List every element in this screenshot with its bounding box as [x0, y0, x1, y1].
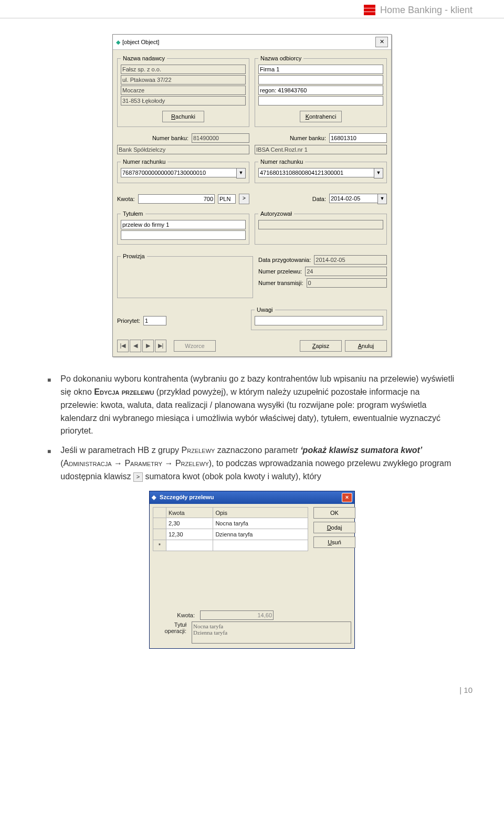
nav-prev-icon[interactable]: ◀ — [130, 340, 141, 352]
text: sumatora kwot (obok pola kwoty i waluty)… — [145, 472, 321, 481]
group-sender-account: Numer rachunku ▼ — [117, 159, 249, 183]
sender-name-legend: Nazwa nadawcy — [121, 55, 167, 61]
sender-line-2 — [121, 75, 246, 85]
accounts-button[interactable]: Rachunki — [162, 111, 204, 122]
chevron-down-icon[interactable]: ▼ — [377, 194, 387, 204]
group-authorized: Autoryzował — [255, 210, 387, 245]
row-marker — [153, 518, 166, 529]
date-field[interactable] — [329, 194, 377, 203]
transfer-no-field — [305, 267, 387, 276]
table-row-new[interactable]: * — [153, 540, 308, 551]
priority-label: Priorytet: — [117, 318, 140, 324]
text: zaznaczono parametr — [215, 446, 300, 455]
auth-legend: Autoryzował — [258, 210, 294, 217]
cell-desc[interactable]: Dzienna taryfa — [213, 529, 308, 540]
cell-amount[interactable]: 12,30 — [166, 529, 213, 540]
text-smallcaps: Administracja — [64, 459, 112, 468]
dialog-title: [object Object] — [122, 39, 159, 45]
prep-date-field — [314, 255, 387, 265]
recip-bank-name — [255, 145, 387, 154]
recip-bank-num[interactable] — [329, 133, 387, 143]
recipient-line-2[interactable] — [258, 75, 383, 85]
dialog-titlebar[interactable]: ◆ [object Object] ✕ — [113, 35, 391, 50]
table-row[interactable]: 2,30 Nocna taryfa — [153, 518, 308, 529]
optitle-label: Tytuł operacji: — [153, 621, 186, 634]
bullet-icon: ■ — [47, 444, 51, 483]
text: Jeśli w parametrach HB z grupy — [60, 446, 181, 455]
cell-empty[interactable] — [166, 540, 213, 551]
auth-field — [258, 220, 383, 229]
priority-field[interactable] — [143, 316, 166, 325]
save-button[interactable]: Zapisz — [300, 340, 342, 352]
dialog2-titlebar[interactable]: ◆ Szczegóły przelewu × — [150, 491, 354, 504]
arrow-right-icon: → — [162, 459, 175, 468]
close-icon[interactable]: ✕ — [375, 37, 388, 47]
cell-desc[interactable]: Nocna taryfa — [213, 518, 308, 529]
recipient-line-3[interactable] — [258, 86, 383, 95]
logo-icon — [364, 4, 375, 16]
amount-label: Kwota: — [117, 196, 135, 202]
nav-first-icon[interactable]: |◀ — [117, 340, 129, 352]
row-marker — [153, 529, 166, 540]
text-smallcaps: Przelewy — [182, 446, 215, 455]
recip-account-field[interactable] — [258, 168, 374, 177]
chevron-down-icon[interactable]: ▼ — [236, 168, 246, 178]
text-bold-italic: ‘pokaż klawisz sumatora kwot’ — [300, 446, 422, 455]
sender-account-legend: Numer rachunku — [121, 159, 167, 165]
text-smallcaps: Edycja przelewu — [94, 387, 154, 396]
nav-next-icon[interactable]: ▶ — [142, 340, 154, 352]
amount-field[interactable] — [138, 194, 215, 204]
templates-button[interactable]: Wzorce — [174, 340, 216, 352]
sender-bank-name — [117, 145, 249, 154]
col-header-amount[interactable]: Kwota — [166, 507, 213, 518]
text-smallcaps: Parametry — [124, 459, 162, 468]
optitle-readonly — [192, 621, 351, 644]
group-commission: Prowizja — [117, 253, 253, 298]
cell-empty[interactable] — [213, 540, 308, 551]
contractors-button[interactable]: Kontrahenci — [300, 111, 342, 122]
group-recipient-name: Nazwa odbiorcy Kontrahenci — [255, 55, 387, 127]
delete-button[interactable]: Usuń — [313, 536, 355, 548]
sender-line-3 — [121, 86, 246, 95]
nav-last-icon[interactable]: ▶| — [155, 340, 166, 352]
sum-button[interactable]: > — [239, 194, 249, 204]
group-title: Tytułem — [117, 210, 249, 245]
details-grid[interactable]: Kwota Opis 2,30 Nocna taryfa 12,30 Dzien… — [153, 507, 308, 551]
col-header-desc[interactable]: Opis — [213, 507, 308, 518]
new-row-marker: * — [153, 540, 166, 551]
close-icon[interactable]: × — [342, 493, 352, 502]
table-row[interactable]: 12,30 Dzienna taryfa — [153, 529, 308, 540]
page-header: Home Banking - klient — [0, 0, 504, 18]
sender-account-field[interactable] — [121, 168, 236, 177]
cancel-button[interactable]: Anuluj — [345, 340, 387, 352]
amount-readonly — [200, 610, 274, 620]
amount-label: Kwota: — [153, 612, 195, 618]
add-button[interactable]: Dodaj — [313, 522, 355, 533]
notes-field[interactable] — [255, 316, 383, 325]
title-line-1[interactable] — [121, 220, 246, 229]
record-nav: |◀ ◀ ▶ ▶| — [117, 340, 166, 352]
prep-date-label: Data przygotowania: — [258, 257, 311, 263]
title-line-2[interactable] — [121, 230, 246, 240]
chevron-down-icon[interactable]: ▼ — [374, 168, 383, 178]
text-smallcaps: Przelewy — [175, 459, 209, 468]
header-title: Home Banking - klient — [380, 5, 472, 15]
body-text: ■ Po dokonaniu wyboru kontrahenta (wybra… — [47, 373, 457, 483]
recipient-line-4[interactable] — [258, 96, 383, 106]
notes-legend: Uwagi — [255, 307, 275, 313]
recipient-line-1[interactable] — [258, 65, 383, 74]
sum-icon: > — [133, 472, 143, 482]
recip-account-legend: Numer rachunku — [258, 159, 305, 165]
dialog2-title: Szczegóły przelewu — [160, 494, 214, 500]
cell-amount[interactable]: 2,30 — [166, 518, 213, 529]
recip-bank-num-label: Numer banku: — [255, 135, 326, 141]
ok-button[interactable]: OK — [313, 507, 355, 519]
currency-field[interactable] — [218, 194, 236, 204]
dialog2-icon: ◆ — [152, 494, 156, 500]
transmission-no-field — [307, 278, 387, 288]
bullet-icon: ■ — [47, 373, 51, 438]
row-selector-header — [153, 507, 166, 518]
sender-bank-num — [192, 133, 249, 143]
sender-bank-num-label: Numer banku: — [117, 135, 188, 141]
transmission-no-label: Numer transmisji: — [258, 280, 303, 286]
